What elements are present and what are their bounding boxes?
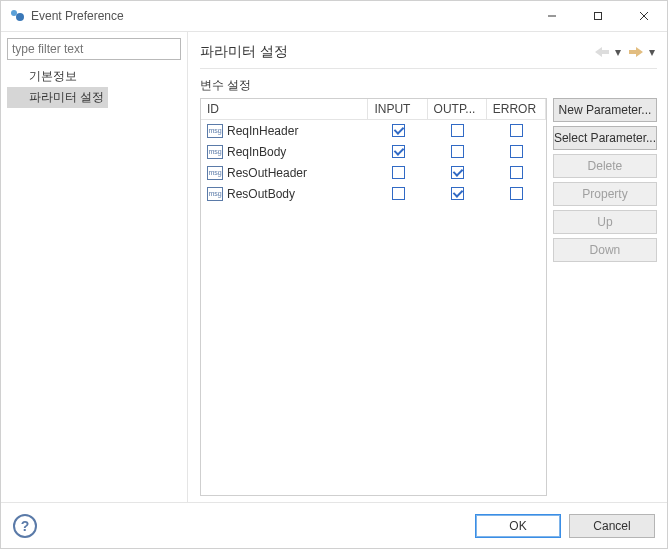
input-checkbox[interactable] (392, 124, 405, 137)
table-row[interactable]: msgReqInHeader (201, 120, 545, 142)
window-title: Event Preference (31, 9, 529, 23)
error-checkbox[interactable] (510, 145, 523, 158)
settings-pane: 파라미터 설정 ▾ ▾ 변수 설정 (188, 32, 667, 502)
output-checkbox[interactable] (451, 145, 464, 158)
input-checkbox[interactable] (392, 166, 405, 179)
column-header-id[interactable]: ID (201, 99, 368, 120)
column-header-input[interactable]: INPUT (368, 99, 427, 120)
error-checkbox[interactable] (510, 187, 523, 200)
parameter-table[interactable]: ID INPUT OUTP... ERROR msgReqInHeadermsg… (200, 98, 547, 496)
new-parameter-button[interactable]: New Parameter... (553, 98, 657, 122)
dialog-footer: ? OK Cancel (1, 502, 667, 548)
title-bar: Event Preference (1, 1, 667, 31)
row-id: ReqInBody (227, 145, 286, 159)
up-button[interactable]: Up (553, 210, 657, 234)
group-body: ID INPUT OUTP... ERROR msgReqInHeadermsg… (200, 98, 657, 496)
help-icon[interactable]: ? (13, 514, 37, 538)
close-button[interactable] (621, 1, 667, 31)
output-checkbox[interactable] (451, 124, 464, 137)
page-header: 파라미터 설정 ▾ ▾ (200, 38, 657, 66)
table-header-row: ID INPUT OUTP... ERROR (201, 99, 545, 120)
group-label: 변수 설정 (200, 77, 657, 94)
svg-rect-3 (595, 13, 602, 20)
msg-icon: msg (207, 187, 223, 201)
filter-input[interactable] (7, 38, 181, 60)
cancel-button[interactable]: Cancel (569, 514, 655, 538)
row-id: ReqInHeader (227, 124, 298, 138)
nav-forward-icon[interactable] (627, 44, 645, 60)
navigation-pane: 기본정보 파라미터 설정 (1, 32, 188, 502)
history-nav: ▾ ▾ (593, 44, 657, 60)
msg-icon: msg (207, 166, 223, 180)
down-button[interactable]: Down (553, 238, 657, 262)
input-checkbox[interactable] (392, 187, 405, 200)
row-id: ResOutBody (227, 187, 295, 201)
delete-button[interactable]: Delete (553, 154, 657, 178)
error-checkbox[interactable] (510, 166, 523, 179)
table-row[interactable]: msgResOutHeader (201, 162, 545, 183)
navigation-tree[interactable]: 기본정보 파라미터 설정 (7, 66, 181, 108)
tree-item-basic-info[interactable]: 기본정보 (7, 66, 181, 87)
tree-item-parameter-settings[interactable]: 파라미터 설정 (7, 87, 108, 108)
column-header-error[interactable]: ERROR (486, 99, 545, 120)
msg-icon: msg (207, 145, 223, 159)
separator (200, 68, 657, 69)
row-id: ResOutHeader (227, 166, 307, 180)
output-checkbox[interactable] (451, 166, 464, 179)
minimize-button[interactable] (529, 1, 575, 31)
side-button-column: New Parameter... Select Parameter... Del… (553, 98, 657, 496)
input-checkbox[interactable] (392, 145, 405, 158)
table-row[interactable]: msgReqInBody (201, 141, 545, 162)
output-checkbox[interactable] (451, 187, 464, 200)
nav-forward-menu[interactable]: ▾ (649, 45, 657, 59)
app-icon (9, 8, 25, 24)
msg-icon: msg (207, 124, 223, 138)
nav-back-icon[interactable] (593, 44, 611, 60)
select-parameter-button[interactable]: Select Parameter... (553, 126, 657, 150)
column-header-output[interactable]: OUTP... (427, 99, 486, 120)
svg-point-1 (16, 13, 24, 21)
page-title: 파라미터 설정 (200, 43, 593, 61)
window-controls (529, 1, 667, 31)
content-area: 기본정보 파라미터 설정 파라미터 설정 ▾ ▾ 변수 설정 (1, 31, 667, 502)
table-row[interactable]: msgResOutBody (201, 183, 545, 204)
error-checkbox[interactable] (510, 124, 523, 137)
svg-point-0 (11, 10, 17, 16)
ok-button[interactable]: OK (475, 514, 561, 538)
maximize-button[interactable] (575, 1, 621, 31)
property-button[interactable]: Property (553, 182, 657, 206)
nav-back-menu[interactable]: ▾ (615, 45, 623, 59)
table-body: msgReqInHeadermsgReqInBodymsgResOutHeade… (201, 120, 545, 205)
